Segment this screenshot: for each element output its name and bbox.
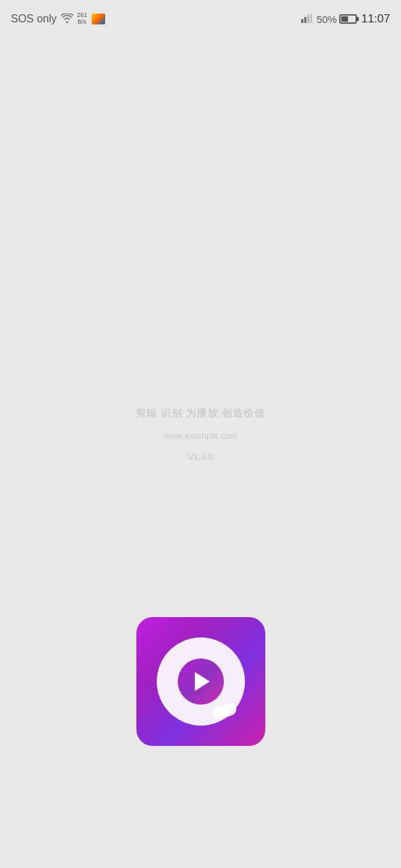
svg-rect-3	[311, 14, 313, 23]
battery-container: 50%	[316, 14, 357, 25]
watermark-line3: V1.0.0	[188, 452, 214, 462]
svg-rect-1	[305, 17, 307, 23]
wifi-icon	[61, 14, 73, 25]
watermark-line1: 剪辑 识别 为播放 创造价值	[136, 407, 266, 420]
battery-fill	[341, 16, 348, 22]
battery-icon	[339, 14, 357, 24]
watermark-line2: www.example.com	[164, 431, 237, 441]
time-display: 11:07	[361, 12, 390, 26]
watermark-area: 剪辑 识别 为播放 创造价值 www.example.com V1.0.0	[136, 407, 266, 462]
app-logo	[136, 617, 265, 746]
sos-text: SOS only	[11, 13, 57, 25]
data-speed: 261 B/s	[77, 12, 88, 26]
status-bar-left: SOS only 261 B/s	[11, 12, 105, 26]
logo-play-triangle	[195, 672, 210, 691]
svg-rect-2	[307, 15, 309, 23]
logo-q-inner-cut	[178, 658, 224, 705]
app-logo-container	[136, 617, 265, 746]
carrier-icon	[92, 14, 105, 24]
logo-q-shape	[157, 637, 245, 726]
status-bar: SOS only 261 B/s 50%	[0, 0, 401, 38]
svg-rect-0	[301, 19, 303, 23]
status-bar-right: 50% 11:07	[301, 12, 390, 26]
signal-icon	[301, 14, 312, 25]
battery-percent: 50%	[316, 14, 337, 25]
